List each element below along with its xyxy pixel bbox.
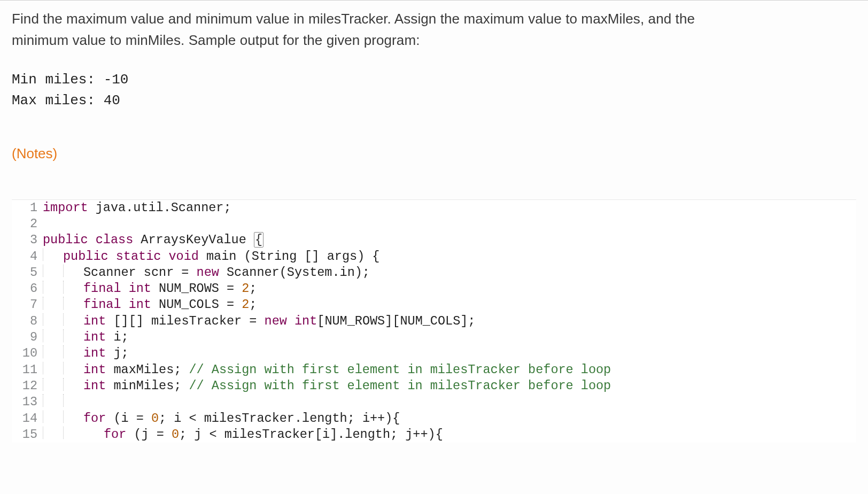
code-line: 5 Scanner scnr = new Scanner(System.in); <box>12 265 856 281</box>
code-line: 4 public static void main (String [] arg… <box>12 249 856 265</box>
code-content[interactable]: int minMiles; // Assign with first eleme… <box>43 378 611 394</box>
code-line: 1 import java.util.Scanner; <box>12 200 856 216</box>
code-line: 6 final int NUM_ROWS = 2; <box>12 281 856 297</box>
sample-output-line-2: Max miles: 40 <box>12 92 120 109</box>
code-line: 2 <box>12 216 856 232</box>
line-number: 1 <box>12 200 43 216</box>
code-content[interactable]: import java.util.Scanner; <box>43 200 231 216</box>
code-content[interactable]: for (i = 0; i < milesTracker.length; i++… <box>43 411 400 427</box>
notes-link[interactable]: (Notes) <box>12 145 57 162</box>
line-number: 9 <box>12 329 43 345</box>
code-content[interactable]: public static void main (String [] args)… <box>43 249 379 265</box>
code-content[interactable]: int [][] milesTracker = new int[NUM_ROWS… <box>43 313 475 329</box>
code-line: 7 final int NUM_COLS = 2; <box>12 297 856 313</box>
code-content[interactable]: final int NUM_ROWS = 2; <box>43 281 257 297</box>
code-content[interactable]: public class ArraysKeyValue { <box>43 232 264 248</box>
prompt-line-2: minimum value to minMiles. Sample output… <box>12 32 420 48</box>
code-content[interactable] <box>43 394 83 410</box>
sample-output-block: Min miles: -10 Max miles: 40 <box>12 70 856 111</box>
code-content[interactable]: int i; <box>43 329 129 345</box>
code-content[interactable]: for (j = 0; j < milesTracker[i].length; … <box>43 427 443 443</box>
line-number: 14 <box>12 411 43 427</box>
sample-output-line-1: Min miles: -10 <box>12 72 128 88</box>
line-number: 13 <box>12 394 43 410</box>
code-line: 11 int maxMiles; // Assign with first el… <box>12 362 856 378</box>
code-line: 10 int j; <box>12 345 856 361</box>
code-line: 12 int minMiles; // Assign with first el… <box>12 378 856 394</box>
code-content[interactable]: final int NUM_COLS = 2; <box>43 297 257 313</box>
code-content[interactable]: int j; <box>43 345 129 361</box>
line-number: 8 <box>12 313 43 329</box>
line-number: 12 <box>12 378 43 394</box>
line-number: 3 <box>12 232 43 248</box>
code-content[interactable]: int maxMiles; // Assign with first eleme… <box>43 362 611 378</box>
line-number: 6 <box>12 281 43 297</box>
line-number: 4 <box>12 249 43 265</box>
line-number: 11 <box>12 362 43 378</box>
code-line: 8 int [][] milesTracker = new int[NUM_RO… <box>12 313 856 329</box>
prompt-line-1: Find the maximum value and minimum value… <box>12 11 695 27</box>
problem-prompt: Find the maximum value and minimum value… <box>12 8 856 51</box>
line-number: 10 <box>12 345 43 361</box>
code-line: 15 for (j = 0; j < milesTracker[i].lengt… <box>12 427 856 443</box>
problem-container: Find the maximum value and minimum value… <box>0 0 868 443</box>
line-number: 2 <box>12 216 43 232</box>
code-content[interactable]: Scanner scnr = new Scanner(System.in); <box>43 265 370 281</box>
line-number: 7 <box>12 297 43 313</box>
code-line: 9 int i; <box>12 329 856 345</box>
line-number: 15 <box>12 427 43 443</box>
code-line: 3 public class ArraysKeyValue { <box>12 232 856 248</box>
code-line: 14 for (i = 0; i < milesTracker.length; … <box>12 411 856 427</box>
cursor-brace: { <box>254 232 264 248</box>
code-editor[interactable]: 1 import java.util.Scanner; 2 3 public c… <box>12 199 856 443</box>
line-number: 5 <box>12 265 43 281</box>
code-line: 13 <box>12 394 856 410</box>
